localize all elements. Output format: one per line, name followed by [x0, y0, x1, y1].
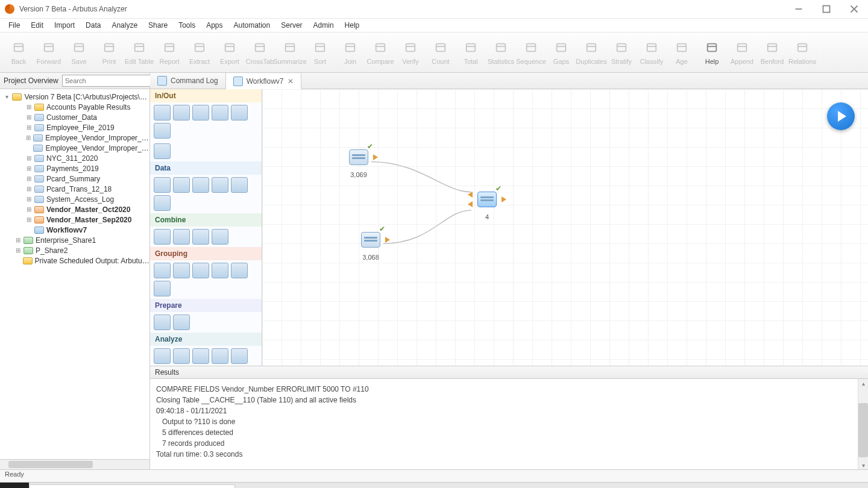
palette-tool[interactable] — [154, 105, 171, 120]
toolbar-gaps-button[interactable]: Gaps — [546, 35, 576, 70]
project-tree-hscrollbar[interactable] — [0, 459, 149, 469]
project-tree[interactable]: ▾Version 7 Beta [C:\Arbutus\Projects\Ver… — [0, 89, 149, 459]
menu-help[interactable]: Help — [340, 20, 365, 31]
palette-tool[interactable] — [154, 348, 171, 364]
palette-tool[interactable] — [212, 105, 228, 120]
menu-automation[interactable]: Automation — [229, 20, 275, 31]
palette-tool[interactable] — [212, 263, 228, 278]
toolbar-crosstab-button[interactable]: CrossTab — [245, 35, 275, 70]
palette-tool[interactable] — [154, 143, 171, 159]
toolbar-back-button[interactable]: Back — [4, 35, 34, 70]
palette-tool[interactable] — [192, 263, 209, 278]
workflow-node-input-bottom[interactable]: ✔ 3,068 — [359, 232, 383, 261]
workflow-node-input-top[interactable]: ✔ 3,069 — [347, 149, 371, 178]
tree-item[interactable]: ⊞NYC_311_2020 — [0, 153, 149, 163]
palette-tool[interactable] — [212, 229, 228, 245]
palette-tool[interactable] — [212, 177, 228, 193]
palette-tool[interactable] — [154, 123, 171, 139]
palette-tool[interactable] — [212, 348, 228, 364]
tree-item[interactable]: ⊞P_Share2 — [0, 245, 149, 255]
palette-tool[interactable] — [173, 177, 190, 193]
palette-tool[interactable] — [154, 177, 171, 193]
toolbar-sort-button[interactable]: Sort — [305, 35, 335, 70]
toolbar-append-button[interactable]: Append — [727, 35, 757, 70]
tab-command-log[interactable]: Command Log — [150, 73, 226, 89]
palette-tool[interactable] — [154, 314, 171, 330]
palette-tool[interactable] — [192, 348, 209, 364]
tree-item[interactable]: ⊞Payments_2019 — [0, 163, 149, 174]
toolbar-forward-button[interactable]: Forward — [34, 35, 64, 70]
project-search-input[interactable] — [62, 75, 151, 87]
tree-item[interactable]: ⊞Pcard_Summary — [0, 174, 149, 184]
tree-item[interactable]: ⊞Employee_Vendor_Improper_Paymen — [0, 133, 149, 143]
toolbar-save-button[interactable]: Save — [64, 35, 94, 70]
tree-item[interactable]: Private Scheduled Output: Arbutus Test S — [0, 255, 149, 266]
tree-root-node[interactable]: ▾Version 7 Beta [C:\Arbutus\Projects\Ver… — [0, 92, 149, 102]
toolbar-age-button[interactable]: Age — [667, 35, 697, 70]
menu-analyze[interactable]: Analyze — [107, 20, 142, 31]
tree-item[interactable]: Employee_Vendor_Improper_paymen — [0, 143, 149, 153]
toolbar-verify-button[interactable]: Verify — [395, 35, 426, 70]
toolbar-count-button[interactable]: Count — [426, 35, 456, 70]
tree-item[interactable]: ⊞Vendor_Master_Sep2020 — [0, 214, 149, 225]
palette-tool[interactable] — [173, 263, 190, 278]
palette-tool[interactable] — [173, 105, 190, 120]
toolbar-statistics-button[interactable]: Statistics — [486, 35, 516, 70]
palette-tool[interactable] — [173, 229, 190, 245]
menu-tools[interactable]: Tools — [174, 20, 200, 31]
toolbar-report-button[interactable]: Report — [154, 35, 184, 70]
tree-item[interactable]: ⊞System_Access_Log — [0, 194, 149, 204]
palette-tool[interactable] — [192, 105, 209, 120]
menu-edit[interactable]: Edit — [26, 20, 48, 31]
menu-apps[interactable]: Apps — [201, 20, 227, 31]
palette-tool[interactable] — [173, 348, 190, 364]
toolbar-stratify-button[interactable]: Stratify — [606, 35, 637, 70]
toolbar-relations-button[interactable]: Relations — [787, 35, 817, 70]
toolbar-benford-button[interactable]: Benford — [757, 35, 787, 70]
toolbar-help-button[interactable]: Help — [697, 35, 727, 70]
toolbar-summarize-button[interactable]: Summarize — [275, 35, 305, 70]
palette-tool[interactable] — [173, 314, 190, 330]
toolbar-total-button[interactable]: Total — [456, 35, 486, 70]
palette-tool[interactable] — [231, 105, 248, 120]
workflow-node-compare-result[interactable]: ✔ 4 — [475, 192, 499, 221]
palette-tool[interactable] — [231, 263, 248, 278]
run-workflow-button[interactable] — [827, 102, 855, 130]
menu-file[interactable]: File — [4, 20, 25, 31]
toolbar-compare-button[interactable]: Compare — [365, 35, 395, 70]
toolbar-edit-table-button[interactable]: Edit Table — [124, 35, 154, 70]
start-button[interactable] — [0, 483, 29, 488]
palette-tool[interactable] — [154, 229, 171, 245]
menu-server[interactable]: Server — [276, 20, 307, 31]
palette-tool[interactable] — [231, 177, 248, 193]
tree-item[interactable]: ⊞Employee_File_2019 — [0, 122, 149, 133]
palette-tool[interactable] — [231, 348, 248, 364]
tree-item[interactable]: ⊞Accounts Payable Results — [0, 102, 149, 112]
toolbar-join-button[interactable]: Join — [335, 35, 365, 70]
tree-item[interactable]: Workflowv7 — [0, 225, 149, 235]
tab-workflow[interactable]: Workflowv7✕ — [226, 74, 301, 89]
palette-tool[interactable] — [154, 263, 171, 278]
workflow-canvas[interactable]: ✔ 3,069 ✔ 3,068 ✔ — [262, 89, 868, 366]
palette-tool[interactable] — [154, 281, 171, 296]
window-maximize-button[interactable] — [813, 0, 840, 18]
toolbar-extract-button[interactable]: Extract — [184, 35, 215, 70]
menu-share[interactable]: Share — [143, 20, 172, 31]
tree-item[interactable]: ⊞Vendor_Master_Oct2020 — [0, 204, 149, 214]
toolbar-export-button[interactable]: Export — [215, 35, 245, 70]
tree-item[interactable]: ⊞Enterprise_Share1 — [0, 235, 149, 245]
menu-import[interactable]: Import — [49, 20, 80, 31]
toolbar-sequence-button[interactable]: Sequence — [516, 35, 546, 70]
results-vscrollbar[interactable]: ▴ ▾ — [858, 379, 868, 469]
toolbar-print-button[interactable]: Print — [94, 35, 124, 70]
palette-tool[interactable] — [192, 177, 209, 193]
tab-close-icon[interactable]: ✕ — [288, 77, 294, 86]
window-close-button[interactable] — [840, 0, 868, 18]
menu-data[interactable]: Data — [81, 20, 105, 31]
toolbar-classify-button[interactable]: Classify — [637, 35, 667, 70]
tree-item[interactable]: ⊞Customer_Data — [0, 112, 149, 122]
palette-tool[interactable] — [192, 229, 209, 245]
tree-item[interactable]: ⊞Pcard_Trans_12_18 — [0, 184, 149, 194]
toolbar-duplicates-button[interactable]: Duplicates — [576, 35, 606, 70]
menu-admin[interactable]: Admin — [309, 20, 339, 31]
